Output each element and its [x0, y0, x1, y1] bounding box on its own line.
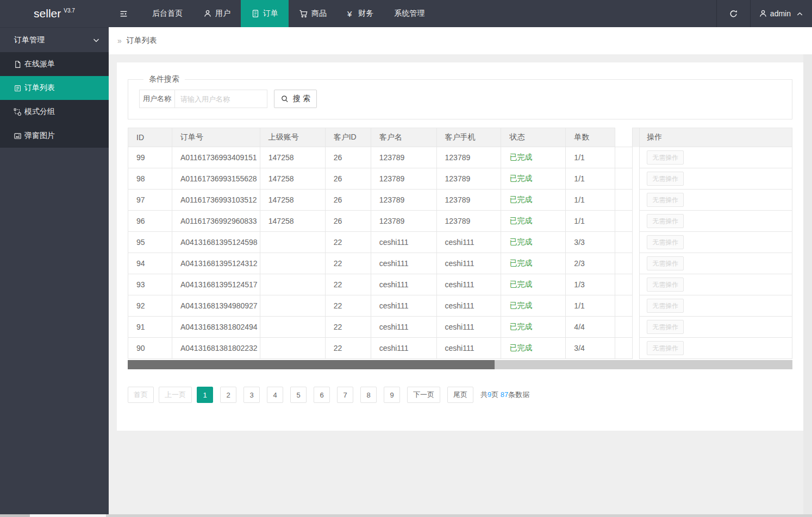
no-action-button[interactable]: 无需操作	[647, 299, 684, 313]
cell-filler	[615, 147, 633, 168]
cell-id: 96	[128, 211, 172, 232]
pagination-next-button[interactable]: 下一页	[407, 387, 440, 403]
nav-item-label: 后台首页	[152, 9, 183, 18]
cell-order_no: A04131681381802494	[172, 317, 260, 338]
cell-customer_phone: 123789	[437, 211, 502, 232]
cell-customer_id: 22	[326, 317, 371, 338]
scrollbar-thumb[interactable]	[128, 360, 495, 369]
table-row: 93A0413168139512451722ceshi111ceshi111已完…	[128, 274, 792, 295]
cell-count: 3/3	[566, 232, 615, 253]
column-header-0: ID	[128, 128, 172, 147]
table-row: 92A0413168139498092722ceshi111ceshi111已完…	[128, 295, 792, 317]
no-action-button[interactable]: 无需操作	[647, 278, 684, 292]
scrollbar-thumb[interactable]	[30, 514, 106, 517]
breadcrumb-arrow-icon: »	[117, 36, 122, 45]
username-label: admin	[770, 9, 791, 18]
sidebar-item-3[interactable]: 弹窗图片	[0, 124, 109, 148]
column-gap	[633, 253, 639, 274]
cell-customer_name: ceshi111	[371, 295, 437, 317]
cell-parent	[260, 232, 326, 253]
cell-action: 无需操作	[639, 253, 792, 274]
sidebar-item-label: 模式分组	[24, 107, 55, 117]
nav-item-3[interactable]: 商品	[289, 0, 337, 27]
pagination: 首页上一页123456789下一页尾页共9页 87条数据	[128, 387, 792, 403]
nav-item-5[interactable]: 系统管理	[384, 0, 435, 27]
username-input[interactable]	[175, 90, 267, 108]
search-button[interactable]: 搜 索	[274, 90, 317, 108]
column-header-7: 单数	[566, 128, 615, 147]
sidebar-item-1[interactable]: 订单列表	[0, 76, 109, 100]
table-body: 99A0116173699340915114725826123789123789…	[128, 147, 792, 359]
pagination-page-7[interactable]: 7	[337, 387, 353, 403]
pagination-page-3[interactable]: 3	[243, 387, 260, 403]
no-action-button[interactable]: 无需操作	[647, 214, 684, 228]
pagination-first-button[interactable]: 首页	[128, 387, 154, 403]
pagination-last-button[interactable]: 尾页	[447, 387, 473, 403]
pagination-page-1[interactable]: 1	[197, 387, 213, 403]
hamburger-icon	[119, 9, 128, 18]
column-header-filler	[615, 128, 633, 147]
nav-item-4[interactable]: ¥财务	[337, 0, 384, 27]
cell-parent	[260, 253, 326, 274]
refresh-button[interactable]	[717, 0, 750, 27]
main-area: » 订单列表 条件搜索 用户名称 搜 索 ID订单号上级账号客户ID客户名客户手…	[109, 27, 812, 517]
cell-filler	[615, 338, 633, 359]
no-action-button[interactable]: 无需操作	[647, 341, 684, 355]
cell-status: 已完成	[501, 338, 566, 359]
table-row: 91A0413168138180249422ceshi111ceshi111已完…	[128, 317, 792, 338]
file-icon	[14, 60, 22, 68]
nav-item-label: 财务	[358, 9, 373, 18]
cell-filler	[615, 168, 633, 190]
nav-item-2[interactable]: 订单	[241, 0, 289, 27]
vertical-scrollbar[interactable]	[803, 54, 812, 517]
table-header-row: ID订单号上级账号客户ID客户名客户手机状态单数操作	[128, 128, 792, 147]
no-action-button[interactable]: 无需操作	[647, 172, 684, 186]
column-header-4: 客户名	[371, 128, 437, 147]
cell-order_no: A01161736993155628	[172, 168, 260, 190]
no-action-button[interactable]: 无需操作	[647, 235, 684, 249]
sidebar-toggle-button[interactable]	[109, 0, 142, 27]
pagination-page-5[interactable]: 5	[290, 387, 307, 403]
no-action-button[interactable]: 无需操作	[647, 193, 684, 207]
cell-status: 已完成	[501, 274, 566, 295]
pagination-page-2[interactable]: 2	[220, 387, 236, 403]
user-menu[interactable]: admin	[751, 0, 812, 27]
no-action-button[interactable]: 无需操作	[647, 320, 684, 334]
refresh-icon	[729, 9, 738, 18]
no-action-button[interactable]: 无需操作	[647, 256, 684, 270]
app-version: V3.7	[64, 8, 75, 14]
pagination-page-4[interactable]: 4	[267, 387, 283, 403]
nav-item-1[interactable]: 用户	[193, 0, 241, 27]
cell-status: 已完成	[501, 190, 566, 211]
column-gap	[633, 211, 639, 232]
cell-count: 3/4	[566, 338, 615, 359]
pagination-prev-button[interactable]: 上一页	[159, 387, 192, 403]
cell-parent	[260, 338, 326, 359]
cell-customer_name: ceshi111	[371, 232, 437, 253]
cell-customer_id: 22	[326, 338, 371, 359]
pagination-page-8[interactable]: 8	[360, 387, 377, 403]
cell-id: 97	[128, 190, 172, 211]
pagination-page-6[interactable]: 6	[314, 387, 330, 403]
cell-status: 已完成	[501, 295, 566, 317]
cell-id: 90	[128, 338, 172, 359]
nav-item-label: 用户	[215, 9, 230, 18]
cell-id: 99	[128, 147, 172, 168]
sidebar-group-order-management[interactable]: 订单管理	[0, 27, 109, 52]
sidebar-item-2[interactable]: 模式分组	[0, 100, 109, 124]
cell-parent: 147258	[260, 211, 326, 232]
chevron-up-icon	[796, 10, 804, 18]
cell-customer_id: 26	[326, 168, 371, 190]
table-horizontal-scrollbar[interactable]	[128, 360, 792, 369]
table-row: 98A0116173699315562814725826123789123789…	[128, 168, 792, 190]
cell-filler	[615, 295, 633, 317]
nav-item-0[interactable]: 后台首页	[142, 0, 193, 27]
no-action-button[interactable]: 无需操作	[647, 150, 684, 165]
sidebar-item-0[interactable]: 在线派单	[0, 52, 109, 76]
page-horizontal-scrollbar[interactable]	[0, 514, 812, 517]
cell-parent: 147258	[260, 168, 326, 190]
pagination-page-9[interactable]: 9	[384, 387, 400, 403]
cell-id: 93	[128, 274, 172, 295]
column-header-2: 上级账号	[260, 128, 326, 147]
cell-customer_name: ceshi111	[371, 338, 437, 359]
